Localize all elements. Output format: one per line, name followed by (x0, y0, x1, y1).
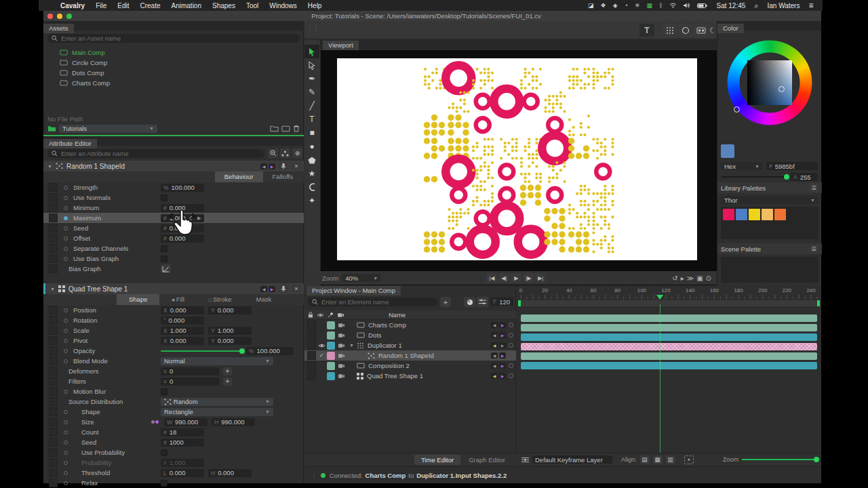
composition-canvas[interactable] (337, 58, 697, 260)
attr-zoom-search-button[interactable] (268, 148, 278, 158)
dropdown-source-distribution[interactable]: Random▼ (161, 398, 273, 406)
scene-palette-menu-button[interactable]: ☰ (809, 245, 818, 253)
display-rec-icon[interactable]: ◪ (585, 2, 597, 9)
attribute-search-input[interactable]: Enter an Attribute name (47, 149, 264, 158)
lock-cell[interactable] (307, 341, 316, 350)
track-bar-charts-comp[interactable] (521, 314, 817, 322)
section-tab-fill[interactable]: ■ Fill (159, 294, 196, 305)
close-section-button[interactable]: × (292, 162, 301, 170)
value-field[interactable]: X0.000 (161, 306, 204, 314)
hex-field[interactable]: # 5985bf (766, 162, 818, 170)
menu-item-windows[interactable]: Windows (264, 2, 302, 9)
keyframe-cell[interactable] (49, 458, 58, 467)
wifi-icon[interactable] (666, 3, 680, 8)
lock-cell[interactable] (307, 351, 316, 360)
menu-item-create[interactable]: Create (135, 2, 166, 9)
attr-row-strength[interactable]: Strength%100.000 (43, 182, 304, 192)
sparkle-tool[interactable]: ✦ (304, 194, 319, 207)
menu-item-cavalry[interactable]: Cavalry (55, 2, 90, 9)
checkbox[interactable] (161, 245, 167, 252)
keyframe-cell[interactable] (49, 264, 58, 273)
trash-icon[interactable] (293, 125, 300, 132)
attr-row-use-probability[interactable]: Use Probability (43, 447, 304, 458)
project-row-random-1-shapeid[interactable]: ✓Random 1 ShapeId◀▶ (304, 350, 516, 361)
section-tab-shape[interactable]: Shape (117, 294, 159, 305)
timeline-ruler[interactable]: 020406080100120140160180200220240 (517, 285, 821, 312)
input-connector[interactable]: ◀ (491, 363, 498, 369)
attr-row-filters[interactable]: Filters≡0+ (43, 376, 304, 386)
value-field[interactable]: %100.000 (246, 347, 294, 355)
select-tool[interactable] (304, 45, 319, 58)
value-field[interactable]: %100.000 (161, 184, 204, 192)
new-comp-icon[interactable] (281, 125, 290, 132)
menu-item-animation[interactable]: Animation (166, 2, 207, 9)
center-comp-icon[interactable]: ⊙ (706, 274, 711, 282)
input-connector[interactable]: ◀ (491, 322, 498, 328)
render-cell[interactable] (335, 373, 347, 379)
palette-swatch-4[interactable] (774, 209, 786, 220)
timer-icon[interactable]: ◔ (621, 2, 631, 9)
tab-viewport[interactable]: Viewport (323, 41, 359, 50)
keyframe-cell[interactable] (49, 234, 58, 243)
output-connector[interactable]: ▶ (269, 163, 275, 169)
attr-row-rotation[interactable]: Rotation°0.000 (43, 315, 304, 325)
track-bar-random-1-shapeid[interactable] (521, 343, 817, 350)
pin-button[interactable] (279, 285, 288, 293)
attr-row-size[interactable]: SizeW990.000H990.000 (43, 417, 304, 427)
connect-circle[interactable] (64, 451, 68, 455)
output-connector[interactable]: ▶ (499, 342, 506, 348)
workspace-theme-button[interactable]: ☾ (709, 24, 717, 37)
keyframe-cell[interactable] (49, 326, 58, 335)
attr-row-motion-blur[interactable]: Motion Blur (43, 386, 304, 396)
rectangle-tool[interactable]: ■ (304, 126, 319, 140)
add-button[interactable]: + (223, 378, 232, 386)
timeline-zoom-knob[interactable] (814, 457, 819, 462)
input-connector[interactable]: ◀ (491, 342, 498, 348)
menu-item-shapes[interactable]: Shapes (207, 2, 241, 9)
output-circle[interactable] (509, 323, 513, 327)
list-field[interactable]: ≡0 (161, 378, 219, 386)
library-menu-button[interactable]: ☰ (809, 184, 818, 192)
output-circle[interactable] (509, 343, 513, 348)
tab-assets[interactable]: Assets (43, 24, 74, 33)
color-chip[interactable] (327, 362, 335, 370)
list-field[interactable]: ≡0 (161, 367, 219, 375)
render-cell[interactable] (335, 363, 347, 369)
attr-row-threshold[interactable]: ThresholdL0.000H0.000 (43, 468, 304, 478)
dropdown-blend-mode[interactable]: Normal▼ (161, 357, 273, 365)
attr-row-use-normals[interactable]: Use Normals (43, 192, 304, 203)
output-connector[interactable]: ▶ (269, 286, 275, 292)
keyframe-layer-field[interactable]: Default Keyframe Layer (532, 455, 612, 464)
input-connector[interactable]: ◀ (491, 332, 498, 338)
attr-row-source-distribution[interactable]: Source Distribution Random▼ (43, 396, 304, 407)
prev-frame-button[interactable]: ◀| (498, 273, 509, 283)
attr-row-blend-mode[interactable]: Blend ModeNormal▼ (43, 356, 304, 366)
keyframe-cell[interactable] (49, 468, 58, 477)
name-column-header[interactable]: Name (389, 311, 406, 319)
tab-graph-editor[interactable]: Graph Editor (462, 455, 512, 465)
menu-user[interactable]: Ian Waters (762, 2, 805, 9)
track-bar-duplicator-1[interactable] (521, 333, 817, 341)
color-chip[interactable] (327, 331, 335, 340)
add-element-button[interactable]: + (440, 297, 451, 307)
close-section-button[interactable]: × (292, 285, 301, 293)
spotlight-icon[interactable]: ⌕ (751, 1, 762, 10)
keyframe-cell[interactable] (49, 479, 58, 487)
output-circle[interactable] (509, 363, 513, 368)
bluetooth-icon[interactable]: ᛒ (656, 2, 666, 9)
input-connector[interactable]: ◀ (260, 286, 267, 292)
keyframe-cell[interactable] (49, 407, 58, 416)
playhead-line[interactable] (660, 304, 660, 457)
pencil-tool[interactable]: ✎ (304, 85, 319, 99)
connect-circle[interactable] (64, 257, 68, 261)
palette-swatch-3[interactable] (762, 209, 773, 220)
menu-item-tool[interactable]: Tool (241, 2, 264, 9)
value-field[interactable]: Y0.000 (208, 337, 252, 345)
minimize-window-button[interactable] (57, 14, 62, 19)
value-field[interactable]: H990.000 (212, 418, 255, 426)
input-connector[interactable]: ◀ (260, 163, 267, 169)
direct-select-tool[interactable] (304, 58, 319, 72)
connect-circle[interactable] (64, 226, 68, 230)
terminal-green-icon[interactable]: ▦ (644, 2, 656, 9)
toolbar-handle[interactable]: ⋮⋮ (307, 26, 319, 32)
